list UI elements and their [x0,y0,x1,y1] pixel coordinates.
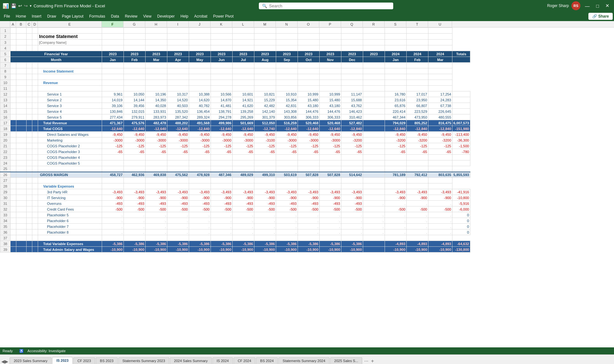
row-37: 37 [0,235,470,241]
menu-help[interactable]: Help [178,13,191,19]
col-header-N[interactable]: N [276,21,298,27]
col-header-L[interactable]: L [232,21,254,27]
user-name: Roger Sharp [547,4,569,8]
income-statement-header: Income Statement [38,68,102,74]
variable-expenses-header: Variable Expenses [38,183,102,189]
row-23: 23 COGS Placeholder 4 [0,155,470,160]
row-39: 39 Total Admin Salary and Wages -10,900 … [0,247,470,252]
row-9: 9 [0,74,470,80]
col-header-S[interactable]: S [385,21,406,27]
search-input[interactable] [269,4,390,8]
menu-developer[interactable]: Developer [155,13,177,19]
app-title: Consulting Firm Finance Model - Excel [34,4,105,8]
row-4: 4 [0,45,470,51]
maximize-button[interactable]: □ [594,3,601,9]
menu-file[interactable]: File [1,13,12,19]
row-5-header: 5 Financial Year 2023 2023 2023 2023 202… [0,51,470,57]
status-bar: Ready ♿ Accessibility: Investigate [0,347,614,354]
title-bar: 📊 💾 ↩ ↪ ▾ Consulting Firm Finance Model … [0,0,614,12]
row-32: 32 Credit Card Fees -500 -500 -500 -500 … [0,206,470,212]
column-header-row: A B C D E F G H I J K L M N O P Q R S T … [0,21,614,27]
menu-home[interactable]: Home [13,13,28,19]
col-header-F[interactable]: F [102,21,124,27]
menu-draw[interactable]: Draw [44,13,59,19]
col-header-R[interactable]: R [363,21,385,27]
accessibility-icon: ♿ [19,349,24,353]
col-header-P[interactable]: P [319,21,341,27]
total-admin-salary-label: Total Admin Salary and Wages [38,247,102,252]
direct-salaries-label: Direct Salaries and Wages [38,132,102,137]
total-revenue-label: Total Revenue [38,120,102,126]
spreadsheet: 1 2 Income Statement 3 [Company Name] 4 … [0,27,470,252]
credit-card-fees-label: Credit Card Fees [38,206,102,212]
row-8: 8 Income Statement [0,68,470,74]
row-27: 27 [0,178,470,183]
row-15: 15 Service 4 130,846 132,015 133,931 135… [0,109,470,114]
cogs-placeholder2-label: COGS Placeholder 2 [38,143,102,149]
row-35: 35 Placeholder 7 ............ .... 0 [0,224,470,229]
col-header-Q[interactable]: Q [341,21,363,27]
row-6-months: 6 Month Jan Feb Mar Apr May Jun Jul Aug … [0,57,470,63]
row-19: 19 Direct Salaries and Wages -9,450 -9,4… [0,132,470,137]
col-header-B[interactable]: B [16,21,26,27]
menu-insert[interactable]: Insert [29,13,44,19]
col-header-K[interactable]: K [211,21,232,27]
row-11: 11 [0,86,470,91]
menu-view[interactable]: View [141,13,154,19]
excel-icon: 📊 [3,3,9,9]
row-33: 33 Placeholder 5 ............ .... 0 [0,212,470,218]
col-header-G[interactable]: G [124,21,145,27]
col-header-T[interactable]: T [406,21,428,27]
quick-access-undo[interactable]: ↩ [18,3,22,8]
total-variable-label: Total Variable Expenses [38,241,102,247]
service1-label: Service 1 [38,91,102,97]
menu-review[interactable]: Review [122,13,140,19]
col-header-J[interactable]: J [189,21,211,27]
col-header-D[interactable]: D [32,21,38,27]
share-button[interactable]: 🔗 Share [588,13,613,20]
col-header-U[interactable]: U [428,21,452,27]
row-24: 24 COGS Placeholder 5 [0,160,470,166]
service4-label: Service 4 [38,109,102,114]
quick-access-more[interactable]: ▾ [30,4,32,8]
row-7: 7 [0,63,470,68]
col-header-C[interactable]: C [26,21,32,27]
minimize-button[interactable]: — [583,3,592,9]
avatar: RS [571,1,580,10]
row-1: 1 [0,28,470,34]
row-16: 16 Service 5 277,434 279,911 283,973 287… [0,114,470,120]
col-header-A[interactable]: A [10,21,16,27]
col-header-H[interactable]: H [145,21,167,27]
close-button[interactable]: ✕ [603,3,611,9]
menu-page-layout[interactable]: Page Layout [59,13,86,19]
row-29: 29 3rd Party HR -3,493 -3,493 -3,493 -3,… [0,189,470,195]
overruns-label: Overruns [38,201,102,206]
search-icon: 🔍 [262,4,267,8]
cogs-placeholder3-label: COGS Placeholder 3 [38,149,102,155]
search-box[interactable]: 🔍 [259,3,393,9]
menu-formulas[interactable]: Formulas [87,13,108,19]
service2-label: Service 2 [38,97,102,103]
row-17: 17 Total Revenue 471,367 475,576 482,478… [0,120,470,126]
col-header-O[interactable]: O [298,21,319,27]
col-header-E[interactable]: E [38,21,102,27]
title-bar-center: 🔍 [105,3,547,9]
month-label: Month [11,57,102,63]
row-13: 13 Service 2 14,019 14,144 14,350 14,520… [0,97,470,103]
company-name: [Company Name] [38,40,102,45]
spreadsheet-container[interactable]: 1 2 Income Statement 3 [Company Name] 4 … [0,27,614,354]
sheet-title: Income Statement [38,34,102,40]
menu-acrobat[interactable]: Acrobat [192,13,210,19]
row-26: 26 GROSS MARGIN 458,727 462,936 469,838 … [0,172,470,178]
placeholder6-label: Placeholder 6 [38,218,102,224]
gross-margin-label: GROSS MARGIN [38,172,102,178]
menu-data[interactable]: Data [108,13,122,19]
revenue-header: Revenue [38,80,102,86]
row-34: 34 Placeholder 6 ............ .... 0 [0,218,470,224]
quick-access-save[interactable]: 💾 [11,3,16,8]
quick-access-redo[interactable]: ↪ [24,3,28,8]
col-header-M[interactable]: M [254,21,276,27]
menu-power-pivot[interactable]: Power Pivot [211,13,236,19]
col-header-I[interactable]: I [167,21,189,27]
placeholder7-label: Placeholder 7 [38,224,102,229]
